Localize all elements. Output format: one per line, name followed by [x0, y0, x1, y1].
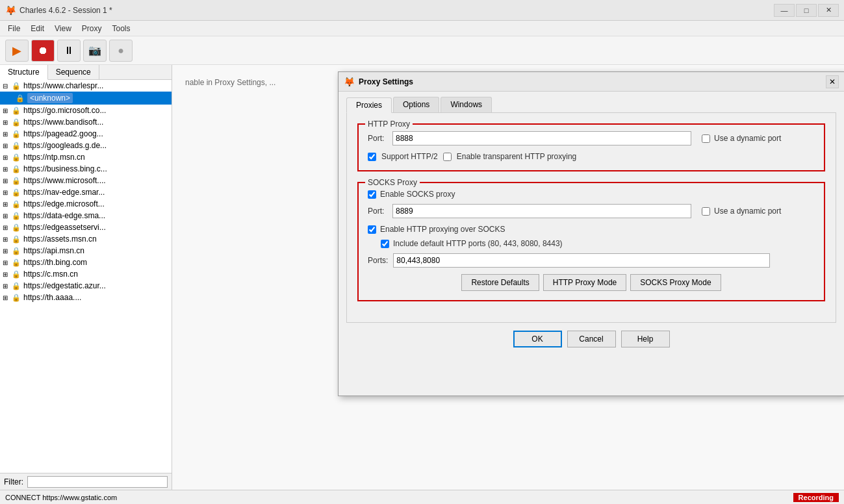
site-label: https://ntp.msn.cn	[23, 153, 85, 162]
site-icon: 🔒	[12, 223, 21, 232]
list-item[interactable]: ⊞ 🔒 https://www.microsoft....	[0, 175, 172, 186]
dialog-tabs: Proxies Options Windows	[339, 92, 844, 112]
socks-dynamic-port-checkbox[interactable]	[702, 207, 710, 216]
cancel-button[interactable]: Cancel	[567, 331, 616, 347]
http-over-socks-label: Enable HTTP proxying over SOCKS	[380, 225, 505, 234]
include-ports-label: Include default HTTP ports (80, 443, 808…	[393, 239, 563, 248]
list-item[interactable]: ⊞ 🔒 https://api.msn.cn	[0, 245, 172, 257]
toolbar-circle-btn[interactable]: ●	[109, 40, 133, 62]
expand-icon: ⊞	[3, 154, 10, 161]
socks-proxy-mode-button[interactable]: SOCKS Proxy Mode	[630, 274, 721, 291]
site-icon: 🔒	[12, 177, 21, 185]
toolbar: ▶ ⏺ ⏸ 📷 ●	[0, 36, 844, 65]
list-item[interactable]: ⊟ 🔒 https://www.charlespr...	[0, 80, 172, 92]
expand-icon: ⊟	[3, 82, 10, 90]
socks-dynamic-port-row: Use a dynamic port	[702, 207, 781, 216]
list-item[interactable]: ⊞ 🔒 https://edge.microsoft...	[0, 198, 172, 210]
menu-tools[interactable]: Tools	[107, 23, 136, 34]
list-item[interactable]: ⊞ 🔒 https://www.bandisoft...	[0, 116, 172, 128]
http-port-input[interactable]	[392, 131, 691, 145]
toolbar-arrow-btn[interactable]: ▶	[5, 40, 29, 62]
tab-sequence[interactable]: Sequence	[48, 65, 99, 79]
dialog-tab-content: HTTP Proxy Port: Use a dynamic port Su	[346, 112, 836, 323]
expand-icon: ⊞	[3, 119, 10, 126]
tab-structure[interactable]: Structure	[0, 65, 48, 80]
http-proxy-group: HTTP Proxy Port: Use a dynamic port Su	[357, 123, 825, 171]
toolbar-pause-btn[interactable]: ⏸	[57, 40, 81, 62]
http-dynamic-port-label: Use a dynamic port	[714, 134, 781, 143]
list-item[interactable]: ⊞ 🔒 https://th.aaaa....	[0, 292, 172, 303]
tab-proxies[interactable]: Proxies	[346, 97, 392, 113]
expand-icon: ⊞	[3, 107, 10, 114]
maximize-button[interactable]: □	[796, 4, 817, 17]
menu-view[interactable]: View	[49, 23, 77, 34]
toolbar-camera-btn[interactable]: 📷	[83, 40, 107, 62]
site-icon: 🔒	[16, 94, 25, 103]
tab-windows[interactable]: Windows	[441, 97, 492, 112]
list-item[interactable]: ⊞ 🔒 https://pagead2.goog...	[0, 128, 172, 140]
expand-icon: ⊞	[3, 142, 10, 149]
dialog-footer: OK Cancel Help	[339, 323, 844, 355]
site-label: https://edgeassetservi...	[23, 223, 106, 232]
list-item[interactable]: ⊞ 🔒 https://edgeassetservi...	[0, 221, 172, 233]
ok-button[interactable]: OK	[513, 331, 562, 347]
help-button[interactable]: Help	[621, 331, 670, 347]
http-over-socks-checkbox[interactable]	[368, 225, 376, 234]
expand-icon: ⊞	[3, 283, 10, 290]
site-label: https://business.bing.c...	[23, 164, 107, 173]
list-item[interactable]: ⊞ 🔒 https://assets.msn.cn	[0, 233, 172, 245]
filter-input[interactable]	[27, 476, 168, 488]
menu-edit[interactable]: Edit	[25, 23, 49, 34]
expand-icon: ⊞	[3, 177, 10, 184]
restore-defaults-button[interactable]: Restore Defaults	[461, 274, 539, 291]
list-item[interactable]: 🔒 <unknown>	[0, 92, 172, 105]
toolbar-record-btn[interactable]: ⏺	[31, 40, 55, 62]
http-port-label: Port:	[368, 134, 387, 143]
status-bar: CONNECT https://www.gstatic.com Recordin…	[0, 490, 844, 504]
list-item[interactable]: ⊞ 🔒 https://go.microsoft.co...	[0, 105, 172, 116]
recording-badge: Recording	[793, 493, 839, 502]
site-label: https://pagead2.goog...	[23, 129, 103, 138]
http-dynamic-port-checkbox[interactable]	[702, 134, 710, 143]
support-http2-label: Support HTTP/2	[381, 152, 438, 161]
list-item[interactable]: ⊞ 🔒 https://nav-edge.smar...	[0, 186, 172, 198]
right-panel: nable in Proxy Settings, ... 🦊 Proxy Set…	[172, 65, 844, 490]
support-http2-checkbox[interactable]	[368, 153, 376, 161]
site-icon: 🔒	[12, 282, 21, 290]
menu-file[interactable]: File	[3, 23, 25, 34]
list-item[interactable]: ⊞ 🔒 https://ntp.msn.cn	[0, 151, 172, 163]
site-icon: 🔒	[12, 247, 21, 255]
site-label: https://edgestatic.azur...	[23, 281, 106, 290]
list-item[interactable]: ⊞ 🔒 https://googleads.g.de...	[0, 140, 172, 151]
content-area: Structure Sequence ⊟ 🔒 https://www.charl…	[0, 65, 844, 490]
site-icon: 🔒	[12, 118, 21, 127]
site-icon: 🔒	[12, 188, 21, 197]
list-item[interactable]: ⊞ 🔒 https://edgestatic.azur...	[0, 280, 172, 292]
site-label: https://www.bandisoft...	[23, 118, 103, 127]
site-icon: 🔒	[12, 200, 21, 208]
ports-input[interactable]	[393, 253, 770, 268]
site-icon: 🔒	[12, 107, 21, 115]
title-bar: 🦊 Charles 4.6.2 - Session 1 * — □ ✕	[0, 0, 844, 21]
tab-options[interactable]: Options	[393, 97, 439, 112]
enable-socks-checkbox[interactable]	[368, 190, 376, 199]
site-label: https://assets.msn.cn	[23, 234, 97, 244]
socks-port-input[interactable]	[392, 204, 691, 218]
transparent-proxy-checkbox[interactable]	[443, 153, 452, 161]
http-proxy-mode-button[interactable]: HTTP Proxy Mode	[543, 274, 626, 291]
menu-proxy[interactable]: Proxy	[77, 23, 107, 34]
close-button[interactable]: ✕	[818, 4, 839, 17]
minimize-button[interactable]: —	[774, 4, 795, 17]
list-item[interactable]: ⊞ 🔒 https://data-edge.sma...	[0, 210, 172, 221]
site-label: https://edge.microsoft...	[23, 199, 105, 208]
site-label: https://www.microsoft....	[23, 176, 106, 185]
socks-dynamic-port-label: Use a dynamic port	[714, 207, 781, 216]
dialog-close-button[interactable]: ✕	[826, 75, 839, 88]
include-ports-checkbox[interactable]	[381, 240, 389, 248]
list-item[interactable]: ⊞ 🔒 https://th.bing.com	[0, 257, 172, 268]
expand-icon: ⊞	[3, 294, 10, 301]
expand-icon: ⊞	[3, 259, 10, 266]
list-item[interactable]: ⊞ 🔒 https://business.bing.c...	[0, 163, 172, 175]
list-item[interactable]: ⊞ 🔒 https://c.msn.cn	[0, 268, 172, 280]
window-controls: — □ ✕	[774, 4, 839, 17]
